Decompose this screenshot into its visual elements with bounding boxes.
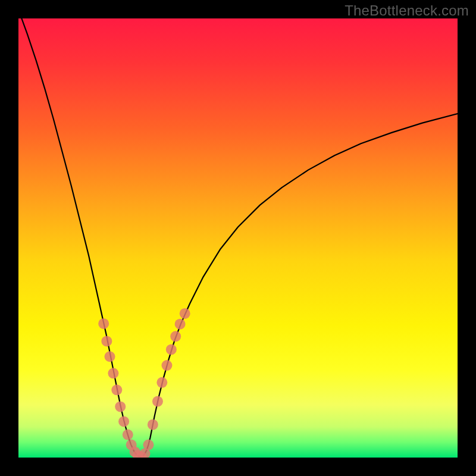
highlight-dot <box>115 401 126 412</box>
highlight-dot <box>175 319 186 330</box>
highlight-dot <box>143 440 154 450</box>
highlight-dot <box>156 377 167 388</box>
highlight-dot <box>148 419 158 430</box>
highlight-dot <box>105 351 115 362</box>
highlight-dot <box>166 344 177 355</box>
highlight-dot <box>101 336 112 346</box>
highlight-dot <box>111 384 122 395</box>
highlight-dot <box>108 368 118 378</box>
chart-frame: TheBottleneck.com <box>0 0 476 476</box>
highlight-dot <box>180 308 190 319</box>
highlight-dot <box>123 430 133 440</box>
highlight-dot <box>118 416 129 427</box>
highlight-dot <box>161 360 172 371</box>
watermark-text: TheBottleneck.com <box>345 2 469 19</box>
highlight-dot <box>98 318 109 329</box>
bottleneck-chart <box>18 18 458 458</box>
highlight-dot <box>152 396 163 407</box>
highlight-dot <box>170 331 181 342</box>
